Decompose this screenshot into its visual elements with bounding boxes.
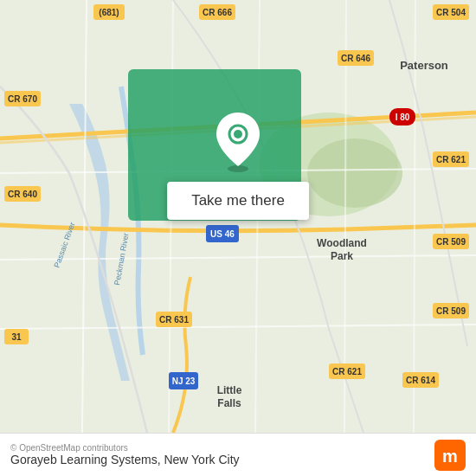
svg-text:m: m	[442, 447, 458, 466]
svg-text:CR 621: CR 621	[436, 155, 466, 164]
svg-text:CR 631: CR 631	[159, 315, 189, 325]
location-name: Gorayeb Learning Systems, New York City	[10, 453, 240, 466]
svg-text:I 80: I 80	[396, 113, 410, 122]
svg-point-50	[228, 165, 248, 172]
svg-text:Paterson: Paterson	[400, 59, 448, 72]
svg-text:CR 640: CR 640	[8, 190, 37, 199]
svg-text:CR 646: CR 646	[341, 54, 370, 63]
svg-text:US 46: US 46	[210, 229, 235, 239]
svg-point-52	[234, 130, 242, 138]
svg-text:Woodland: Woodland	[317, 237, 367, 249]
svg-point-2	[307, 138, 402, 208]
svg-text:CR 509: CR 509	[436, 306, 466, 316]
svg-text:CR 509: CR 509	[436, 237, 466, 247]
map-container: CR 666 CR 504 CR 670 (681) CR 646 CR 640…	[0, 0, 476, 433]
svg-text:NJ 23: NJ 23	[172, 376, 196, 386]
svg-text:Park: Park	[331, 250, 353, 262]
copyright-text: © OpenStreetMap contributors	[10, 443, 240, 453]
svg-text:Falls: Falls	[217, 397, 241, 409]
svg-text:CR 614: CR 614	[406, 376, 435, 385]
svg-text:CR 670: CR 670	[8, 94, 37, 104]
svg-text:31: 31	[11, 332, 22, 342]
map-pin-marker	[212, 113, 264, 173]
svg-text:Little: Little	[217, 384, 242, 396]
moovit-logo: m	[434, 440, 466, 471]
svg-text:(681): (681)	[99, 8, 119, 17]
take-me-there-button[interactable]: Take me there	[167, 182, 309, 220]
footer-left: © OpenStreetMap contributors Gorayeb Lea…	[10, 443, 240, 466]
svg-text:CR 504: CR 504	[436, 8, 466, 17]
svg-text:CR 621: CR 621	[332, 367, 362, 376]
moovit-icon: m	[434, 440, 466, 471]
svg-text:CR 666: CR 666	[203, 8, 232, 17]
footer-bar: © OpenStreetMap contributors Gorayeb Lea…	[0, 433, 476, 476]
